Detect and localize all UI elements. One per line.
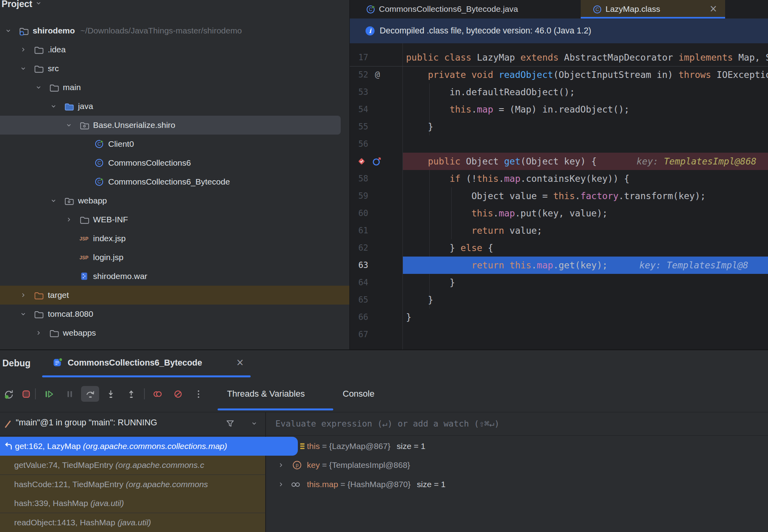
tree-item-web-inf[interactable]: WEB-INF	[0, 210, 349, 229]
code-line-66[interactable]: 66}	[350, 308, 768, 326]
chevron-down-icon[interactable]	[50, 102, 57, 110]
debug-session-tab[interactable]: CommonsCollections6_Bytecode ×	[43, 350, 256, 376]
tree-item-label: login.jsp	[93, 253, 124, 262]
line-number[interactable]: 17	[350, 49, 368, 66]
code-text: this.map.put(key, value);	[406, 205, 607, 222]
chevron-right-icon[interactable]	[35, 329, 42, 337]
tree-item-commonscollections6-bytecode[interactable]: CCommonsCollections6_Bytecode	[0, 172, 349, 191]
code-line-64[interactable]: 64}	[350, 274, 768, 291]
line-number[interactable]: 54	[350, 101, 368, 118]
code-line-67[interactable]: 67	[350, 326, 768, 343]
code-line[interactable]: public Object get(Object key) {key: Temp…	[350, 153, 768, 170]
line-number[interactable]: 64	[350, 274, 368, 291]
step-out-button[interactable]	[124, 387, 138, 401]
view-breakpoints-button[interactable]	[151, 387, 164, 401]
chevron-down-icon[interactable]	[19, 310, 27, 318]
line-number[interactable]: 63	[350, 257, 368, 274]
chevron-down-icon[interactable]	[50, 197, 57, 205]
close-icon[interactable]: ×	[236, 357, 244, 368]
tree-item-commonscollections6[interactable]: CCommonsCollections6	[0, 153, 349, 172]
line-number[interactable]: 65	[350, 291, 368, 308]
project-tool-window: Project shirodemo~/Downloads/JavaThings-…	[0, 0, 349, 349]
tab-threads-variables[interactable]: Threads & Variables	[227, 389, 305, 399]
frame-row-getValue[interactable]: getValue:74, TiedMapEntry (org.apache.co…	[0, 456, 265, 475]
chevron-down-icon[interactable]	[250, 419, 258, 429]
chevron-down-icon[interactable]	[4, 27, 12, 35]
variable-row-key[interactable]: pkey = {TemplatesImpl@868}	[266, 456, 768, 475]
code-line-17[interactable]: 17public class LazyMap extends AbstractM…	[350, 49, 768, 66]
code-line-60[interactable]: 60this.map.put(key, value);	[350, 205, 768, 222]
tree-item-login-jsp[interactable]: JSPlogin.jsp	[0, 248, 349, 267]
tree-item--idea[interactable]: .idea	[0, 40, 349, 59]
code-line-58[interactable]: 58if (!this.map.containsKey(key)) {	[350, 170, 768, 187]
line-number[interactable]: 61	[350, 222, 368, 239]
evaluate-expression-input[interactable]: Evaluate expression (↵) or add a watch (…	[266, 412, 768, 436]
chevron-down-icon[interactable]	[65, 121, 73, 129]
tree-item-base-unserialize-shiro[interactable]: Base.Unserialize.shiro	[0, 116, 341, 135]
tree-item-tomcat-8080[interactable]: tomcat.8080	[0, 305, 349, 323]
tree-item-index-jsp[interactable]: JSPindex.jsp	[0, 229, 349, 248]
tree-item-main[interactable]: main	[0, 78, 349, 97]
line-number[interactable]: 58	[350, 170, 368, 187]
chevron-down-icon[interactable]	[19, 65, 27, 72]
line-number[interactable]: 56	[350, 135, 368, 153]
folder-project-icon	[18, 26, 29, 36]
line-number[interactable]: 52	[350, 66, 368, 83]
line-number[interactable]: 62	[350, 239, 368, 257]
code-line-52[interactable]: 52@private void readObject(ObjectInputSt…	[350, 66, 768, 83]
chevron-right-icon[interactable]	[277, 461, 285, 469]
chevron-right-icon[interactable]	[19, 46, 27, 54]
code-text: return this.map.get(key);	[406, 257, 607, 274]
variable-row-this-map[interactable]: this.map = {HashMap@870}size = 1	[266, 475, 768, 494]
tab-commonscollections6-bytecode-java[interactable]: C CommonsCollections6_Bytecode.java	[350, 0, 576, 18]
frame-row-get[interactable]: get:162, LazyMap (org.apache.commons.col…	[0, 437, 298, 456]
code-line-59[interactable]: 59Object value = this.factory.transform(…	[350, 187, 768, 205]
frame-row-hashCode[interactable]: hashCode:121, TiedMapEntry (org.apache.c…	[0, 475, 265, 494]
tab-console[interactable]: Console	[343, 389, 375, 399]
code-line-53[interactable]: 53in.defaultReadObject();	[350, 83, 768, 101]
mute-breakpoints-button[interactable]	[171, 387, 185, 401]
thread-status-row[interactable]: "main"@1 in group "main": RUNNING	[0, 412, 265, 436]
chevron-down-icon[interactable]	[35, 83, 42, 91]
project-header[interactable]: Project	[2, 0, 42, 9]
chevron-right-icon[interactable]	[277, 480, 285, 488]
line-number[interactable]: 53	[350, 83, 368, 101]
step-into-button[interactable]	[104, 387, 117, 401]
resume-button[interactable]	[42, 387, 55, 401]
pause-button[interactable]	[63, 387, 76, 401]
stop-button[interactable]	[19, 387, 33, 401]
more-button[interactable]	[192, 387, 205, 401]
tree-item-target[interactable]: target	[0, 286, 349, 305]
tree-item-src[interactable]: src	[0, 59, 349, 78]
chevron-right-icon[interactable]	[65, 216, 73, 224]
tree-item-webapps[interactable]: webapps	[0, 323, 349, 342]
chevron-right-icon[interactable]	[19, 291, 27, 299]
line-number[interactable]: 60	[350, 205, 368, 222]
variable-row-this[interactable]: this = {LazyMap@867}size = 1	[266, 437, 768, 456]
code-line-54[interactable]: 54this.map = (Map) in.readObject();	[350, 101, 768, 118]
tab-lazymap-class[interactable]: C LazyMap.class ×	[581, 0, 725, 18]
filter-icon[interactable]	[225, 419, 235, 430]
code-line-55[interactable]: 55}	[350, 118, 768, 135]
line-number[interactable]: 66	[350, 308, 368, 326]
step-over-button[interactable]	[81, 386, 99, 402]
code-line-63[interactable]: 63return this.map.get(key);key: Template…	[350, 257, 768, 274]
tree-item-shirodemo-war[interactable]: shirodemo.war	[0, 267, 349, 286]
code-line-61[interactable]: 61return value;	[350, 222, 768, 239]
close-icon[interactable]: ×	[709, 3, 717, 14]
frame-row-hash[interactable]: hash:339, HashMap (java.util)	[0, 494, 265, 513]
rerun-button[interactable]	[2, 387, 15, 401]
line-number[interactable]: 59	[350, 187, 368, 205]
code-line-62[interactable]: 62} else {	[350, 239, 768, 257]
code-line-56[interactable]: 56	[350, 135, 768, 153]
line-number[interactable]: 67	[350, 326, 368, 343]
tree-item-shirodemo[interactable]: shirodemo~/Downloads/JavaThings-master/s…	[0, 21, 349, 40]
tree-item-java[interactable]: java	[0, 97, 349, 116]
tree-item-webapp[interactable]: webapp	[0, 191, 349, 210]
code-area[interactable]: 17public class LazyMap extends AbstractM…	[350, 43, 768, 349]
line-number[interactable]: 55	[350, 118, 368, 135]
method-breakpoint-icon[interactable]	[356, 156, 367, 168]
frame-row-readObject[interactable]: readObject:1413, HashMap (java.util)	[0, 513, 265, 532]
tree-item-client0[interactable]: CClient0	[0, 135, 349, 153]
code-line-65[interactable]: 65}	[350, 291, 768, 308]
